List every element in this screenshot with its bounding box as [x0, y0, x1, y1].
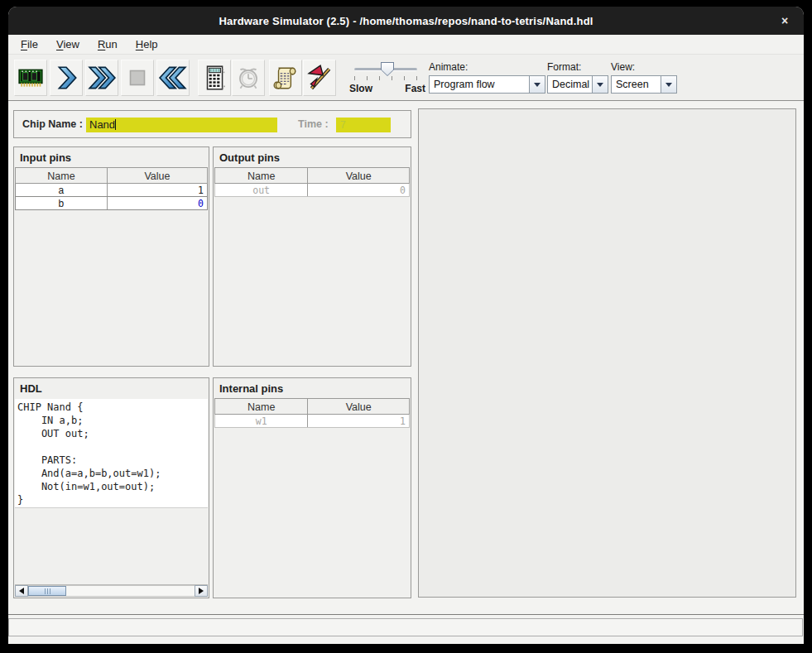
- scrollbar-track[interactable]: [28, 585, 195, 597]
- chip-icon: [17, 64, 45, 92]
- chevron-down-icon[interactable]: [592, 76, 608, 93]
- close-icon[interactable]: ×: [777, 13, 792, 28]
- speed-slider-thumb[interactable]: [381, 62, 394, 76]
- table-header: Name Value: [15, 167, 208, 184]
- menu-help[interactable]: Help: [130, 36, 164, 52]
- pin-value: 0: [308, 184, 409, 196]
- scroll-left-arrow[interactable]: [15, 585, 28, 597]
- run-icon: [87, 64, 117, 92]
- hdl-title: HDL: [14, 378, 209, 398]
- pin-name: b: [16, 197, 108, 209]
- format-label: Format:: [547, 61, 608, 73]
- table-header: Name Value: [214, 167, 410, 184]
- output-pins-panel: Output pins Name Value out 0: [213, 146, 411, 367]
- animate-group: Animate: Program flow: [429, 61, 545, 94]
- menu-run[interactable]: Run: [92, 36, 123, 52]
- slider-slow-label: Slow: [349, 83, 372, 94]
- single-step-button[interactable]: [50, 60, 83, 96]
- internal-pins-panel: Internal pins Name Value w1 1: [213, 377, 411, 598]
- view-select[interactable]: Screen: [611, 75, 677, 94]
- window-title: Hardware Simulator (2.5) - /home/thomas/…: [219, 15, 593, 27]
- time-label: Time :: [298, 118, 329, 130]
- hdl-view-button[interactable]: [269, 60, 302, 96]
- chevron-down-icon[interactable]: [661, 76, 676, 93]
- output-pins-table: Name Value out 0: [214, 167, 410, 197]
- divider: [8, 614, 804, 615]
- internal-pins-title: Internal pins: [214, 378, 411, 398]
- pin-value[interactable]: 1: [108, 184, 207, 196]
- chevron-down-icon[interactable]: [529, 76, 545, 93]
- hdl-horizontal-scrollbar: [15, 584, 208, 597]
- hdl-code-text: CHIP Nand { IN a,b; OUT out; PARTS: And(…: [15, 399, 208, 507]
- pin-name: out: [215, 184, 308, 196]
- flag-icon: [305, 64, 334, 92]
- input-pins-table: Name Value a 1 b 0: [15, 167, 208, 210]
- stop-button[interactable]: [121, 60, 154, 96]
- table-row: w1 1: [214, 415, 410, 428]
- table-row: b 0: [15, 197, 208, 210]
- animate-select[interactable]: Program flow: [429, 75, 545, 94]
- format-select[interactable]: Decimal: [547, 75, 608, 94]
- load-chip-button[interactable]: [14, 60, 47, 96]
- reset-icon: [158, 64, 188, 92]
- clock-icon: [234, 64, 262, 92]
- chip-name-bar: Chip Name : Nand Time : 7: [13, 110, 411, 138]
- animate-label: Animate:: [429, 61, 545, 73]
- hdl-panel: HDL CHIP Nand { IN a,b; OUT out; PARTS: …: [13, 377, 209, 598]
- content-area: Chip Name : Nand Time : 7 Input pins Nam…: [8, 101, 804, 644]
- stop-icon: [123, 64, 151, 92]
- pin-value: 1: [308, 415, 409, 427]
- scrollbar-thumb[interactable]: [28, 586, 66, 596]
- hdl-code-view[interactable]: CHIP Nand { IN a,b; OUT out; PARTS: And(…: [15, 399, 208, 508]
- scroll-right-arrow[interactable]: [195, 585, 208, 597]
- app-window: Hardware Simulator (2.5) - /home/thomas/…: [8, 7, 804, 644]
- toolbar: Slow Fast Animate: Program flow Format: …: [8, 55, 804, 101]
- gate-diagram-button[interactable]: [303, 60, 336, 96]
- menu-bar: File View Run Help: [8, 35, 804, 55]
- slider-fast-label: Fast: [405, 83, 425, 94]
- status-bar: [8, 618, 803, 636]
- menu-view[interactable]: View: [50, 36, 85, 52]
- screen-panel: [418, 108, 796, 598]
- view-label: View:: [611, 61, 677, 73]
- title-bar: Hardware Simulator (2.5) - /home/thomas/…: [8, 7, 804, 35]
- table-row: a 1: [15, 184, 208, 197]
- input-pins-title: Input pins: [14, 147, 209, 167]
- run-button[interactable]: [85, 60, 118, 96]
- pin-name: w1: [215, 415, 308, 427]
- chip-name-input[interactable]: Nand: [86, 118, 277, 132]
- speed-slider-ticks: [354, 76, 417, 80]
- text-caret: [115, 119, 116, 130]
- eval-button[interactable]: [198, 60, 231, 96]
- scroll-icon: [271, 64, 300, 92]
- table-header: Name Value: [214, 398, 410, 415]
- table-row: out 0: [214, 184, 410, 197]
- reset-button[interactable]: [156, 60, 190, 96]
- output-pins-title: Output pins: [214, 147, 411, 167]
- calculator-icon: [200, 64, 228, 92]
- chip-name-label: Chip Name :: [22, 118, 83, 130]
- clock-button[interactable]: [232, 60, 265, 96]
- speed-slider: Slow Fast: [349, 60, 425, 98]
- view-group: View: Screen: [611, 61, 677, 94]
- pin-value[interactable]: 0: [108, 197, 207, 209]
- time-field: 7: [336, 118, 391, 132]
- pin-name: a: [16, 184, 108, 196]
- format-group: Format: Decimal: [547, 61, 608, 94]
- internal-pins-table: Name Value w1 1: [214, 398, 410, 428]
- single-step-icon: [52, 64, 80, 92]
- input-pins-panel: Input pins Name Value a 1 b 0: [13, 146, 209, 367]
- menu-file[interactable]: File: [15, 36, 44, 52]
